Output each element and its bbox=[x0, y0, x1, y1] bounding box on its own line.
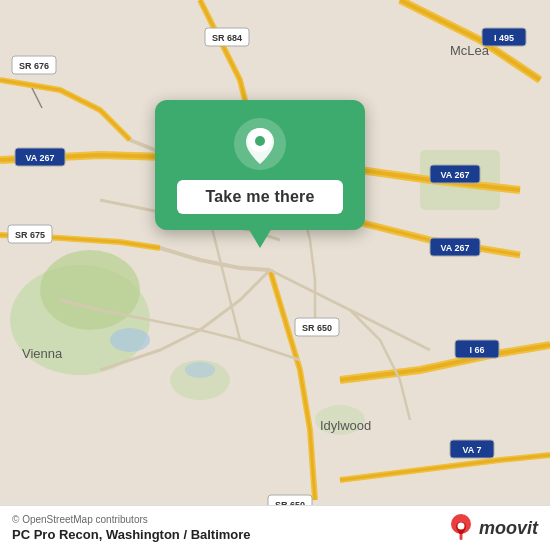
svg-text:SR 675: SR 675 bbox=[15, 230, 45, 240]
svg-text:SR 676: SR 676 bbox=[19, 61, 49, 71]
svg-text:VA 7: VA 7 bbox=[462, 445, 481, 455]
bottom-bar: © OpenStreetMap contributors PC Pro Reco… bbox=[0, 505, 550, 550]
moovit-text: moovit bbox=[479, 518, 538, 539]
map-background: SR 676 SR 684 I 495 VA 267 SR 675 VA 267… bbox=[0, 0, 550, 550]
svg-rect-39 bbox=[459, 534, 462, 540]
popup-card: Take me there bbox=[155, 100, 365, 230]
location-name: PC Pro Recon, Washington / Baltimore bbox=[12, 527, 251, 542]
map-container: SR 676 SR 684 I 495 VA 267 SR 675 VA 267… bbox=[0, 0, 550, 550]
svg-point-2 bbox=[40, 250, 140, 330]
moovit-logo: moovit bbox=[447, 514, 538, 542]
svg-point-36 bbox=[255, 136, 265, 146]
svg-text:VA 267: VA 267 bbox=[440, 243, 469, 253]
map-attribution: © OpenStreetMap contributors bbox=[12, 514, 251, 525]
svg-text:Vienna: Vienna bbox=[22, 346, 63, 361]
svg-point-6 bbox=[110, 328, 150, 352]
moovit-icon bbox=[447, 514, 475, 542]
svg-text:SR 650: SR 650 bbox=[302, 323, 332, 333]
location-pin-icon bbox=[234, 118, 286, 170]
svg-text:SR 684: SR 684 bbox=[212, 33, 242, 43]
svg-text:Idylwood: Idylwood bbox=[320, 418, 371, 433]
take-me-there-button[interactable]: Take me there bbox=[177, 180, 342, 214]
svg-point-7 bbox=[185, 362, 215, 378]
svg-point-38 bbox=[457, 523, 464, 530]
svg-text:I 495: I 495 bbox=[494, 33, 514, 43]
svg-text:VA 267: VA 267 bbox=[25, 153, 54, 163]
svg-text:VA 267: VA 267 bbox=[440, 170, 469, 180]
bottom-left: © OpenStreetMap contributors PC Pro Reco… bbox=[12, 514, 251, 542]
svg-text:I 66: I 66 bbox=[469, 345, 484, 355]
svg-text:McLea: McLea bbox=[450, 43, 490, 58]
